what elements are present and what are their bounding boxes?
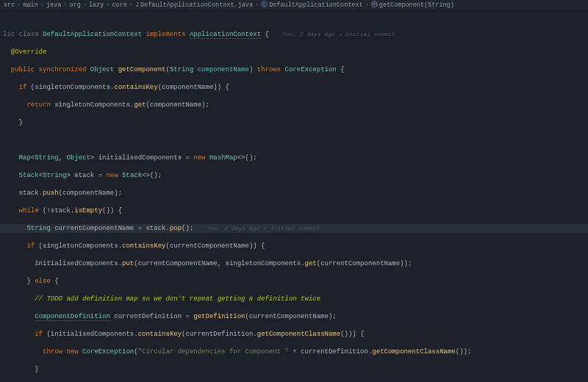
method-icon: ⓜ	[371, 1, 378, 9]
code-line: lic class DefaultApplicationContext impl…	[3, 30, 585, 39]
code-line: String currentComponentName = stack.pop(…	[3, 224, 585, 233]
code-line: Map<String, Object> initialisedComponent…	[3, 154, 585, 162]
chevron-right-icon: ›	[128, 1, 135, 10]
chevron-right-icon: ›	[254, 1, 260, 10]
code-line	[3, 136, 585, 145]
chevron-right-icon: ›	[15, 1, 22, 10]
chevron-right-icon: ›	[104, 1, 111, 10]
crumb-file[interactable]: JDefaultApplicationContext.java	[135, 1, 254, 10]
code-line: if (singletonComponents.containsKey(comp…	[3, 83, 585, 92]
code-line: stack.push(componentName);	[3, 189, 585, 198]
code-line: initialisedComponents.put(currentCompone…	[3, 259, 585, 268]
chevron-right-icon: ›	[364, 1, 370, 10]
breadcrumbs: src› main› java› org› lazy› core› JDefau…	[0, 0, 588, 11]
code-line: throw new CoreException("Circular depend…	[3, 347, 585, 356]
crumb-folder[interactable]: lazy	[88, 1, 104, 10]
code-editor[interactable]: lic class DefaultApplicationContext impl…	[0, 11, 588, 382]
code-line: if (singletonComponents.containsKey(curr…	[3, 242, 585, 251]
crumb-folder[interactable]: java	[46, 1, 62, 10]
code-line: @Override	[3, 48, 585, 57]
git-blame-inline: You, 2 days ago • initial commit	[269, 31, 395, 37]
java-file-icon: J	[135, 1, 139, 9]
crumb-folder[interactable]: core	[111, 1, 127, 10]
crumb-method[interactable]: ⓜgetComponent(String)	[370, 1, 455, 10]
chevron-right-icon: ›	[62, 1, 68, 10]
code-line: public synchronized Object getComponent(…	[3, 65, 585, 74]
git-blame-inline: You, 2 days ago • initial commit	[193, 225, 320, 231]
code-line: while (!stack.isEmpty()) {	[3, 206, 585, 215]
code-line: }	[3, 118, 585, 127]
class-icon: ⓒ	[261, 1, 268, 9]
code-line: } else {	[3, 277, 585, 286]
code-line: if (initialisedComponents.containsKey(cu…	[3, 330, 585, 339]
crumb-class[interactable]: ⓒDefaultApplicationContext	[260, 1, 364, 10]
chevron-right-icon: ›	[39, 1, 46, 10]
code-line: ComponentDefinition currentDefinition = …	[3, 312, 585, 321]
crumb-folder[interactable]: org	[68, 1, 81, 10]
crumb-folder[interactable]: src	[3, 1, 15, 10]
code-line: }	[3, 365, 585, 374]
code-line: // TODO add definition map so we don't r…	[3, 295, 585, 303]
chevron-right-icon: ›	[82, 1, 88, 10]
crumb-folder[interactable]: main	[22, 1, 38, 10]
code-line: return singletonComponents.get(component…	[3, 101, 585, 109]
code-line: Stack<String> stack = new Stack<>();	[3, 171, 585, 180]
